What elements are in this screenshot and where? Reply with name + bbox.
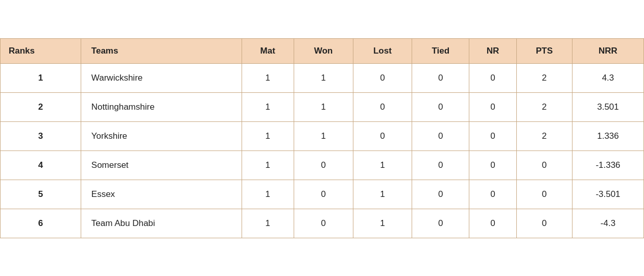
table-header-row: Ranks Teams Mat Won Lost Tied NR PTS NRR: [1, 38, 644, 63]
mat-cell: 1: [242, 150, 294, 180]
team-cell: Essex: [81, 180, 242, 209]
pts-cell: 2: [516, 92, 572, 121]
nr-cell: 0: [469, 63, 516, 92]
rank-cell: 6: [1, 209, 81, 238]
nrr-cell: -1.336: [572, 150, 643, 180]
header-lost: Lost: [353, 38, 412, 63]
header-tied: Tied: [412, 38, 469, 63]
nr-cell: 0: [469, 209, 516, 238]
table-row: 2Nottinghamshire1100023.501: [1, 92, 644, 121]
tied-cell: 0: [412, 92, 469, 121]
lost-cell: 1: [353, 150, 412, 180]
standings-table-container: Ranks Teams Mat Won Lost Tied NR PTS NRR…: [0, 38, 644, 238]
nrr-cell: -4.3: [572, 209, 643, 238]
pts-cell: 0: [516, 209, 572, 238]
won-cell: 0: [294, 150, 353, 180]
header-ranks: Ranks: [1, 38, 81, 63]
nrr-cell: 4.3: [572, 63, 643, 92]
tied-cell: 0: [412, 121, 469, 150]
lost-cell: 0: [353, 63, 412, 92]
rank-cell: 4: [1, 150, 81, 180]
table-row: 4Somerset101000-1.336: [1, 150, 644, 180]
pts-cell: 0: [516, 180, 572, 209]
team-cell: Warwickshire: [81, 63, 242, 92]
team-cell: Yorkshire: [81, 121, 242, 150]
team-cell: Team Abu Dhabi: [81, 209, 242, 238]
pts-cell: 2: [516, 121, 572, 150]
nr-cell: 0: [469, 121, 516, 150]
tied-cell: 0: [412, 209, 469, 238]
rank-cell: 2: [1, 92, 81, 121]
nr-cell: 0: [469, 180, 516, 209]
mat-cell: 1: [242, 209, 294, 238]
nrr-cell: 1.336: [572, 121, 643, 150]
standings-table: Ranks Teams Mat Won Lost Tied NR PTS NRR…: [0, 38, 644, 238]
nr-cell: 0: [469, 92, 516, 121]
tied-cell: 0: [412, 150, 469, 180]
won-cell: 1: [294, 121, 353, 150]
won-cell: 0: [294, 180, 353, 209]
header-teams: Teams: [81, 38, 242, 63]
won-cell: 1: [294, 92, 353, 121]
mat-cell: 1: [242, 180, 294, 209]
table-row: 3Yorkshire1100021.336: [1, 121, 644, 150]
mat-cell: 1: [242, 63, 294, 92]
won-cell: 0: [294, 209, 353, 238]
header-won: Won: [294, 38, 353, 63]
tied-cell: 0: [412, 63, 469, 92]
team-cell: Somerset: [81, 150, 242, 180]
nrr-cell: -3.501: [572, 180, 643, 209]
lost-cell: 0: [353, 121, 412, 150]
nr-cell: 0: [469, 150, 516, 180]
mat-cell: 1: [242, 121, 294, 150]
nrr-cell: 3.501: [572, 92, 643, 121]
rank-cell: 3: [1, 121, 81, 150]
lost-cell: 1: [353, 180, 412, 209]
table-row: 6Team Abu Dhabi101000-4.3: [1, 209, 644, 238]
header-nr: NR: [469, 38, 516, 63]
header-mat: Mat: [242, 38, 294, 63]
rank-cell: 1: [1, 63, 81, 92]
team-cell: Nottinghamshire: [81, 92, 242, 121]
tied-cell: 0: [412, 180, 469, 209]
pts-cell: 2: [516, 63, 572, 92]
rank-cell: 5: [1, 180, 81, 209]
lost-cell: 0: [353, 92, 412, 121]
table-row: 5Essex101000-3.501: [1, 180, 644, 209]
header-nrr: NRR: [572, 38, 643, 63]
lost-cell: 1: [353, 209, 412, 238]
won-cell: 1: [294, 63, 353, 92]
table-row: 1Warwickshire1100024.3: [1, 63, 644, 92]
pts-cell: 0: [516, 150, 572, 180]
header-pts: PTS: [516, 38, 572, 63]
mat-cell: 1: [242, 92, 294, 121]
